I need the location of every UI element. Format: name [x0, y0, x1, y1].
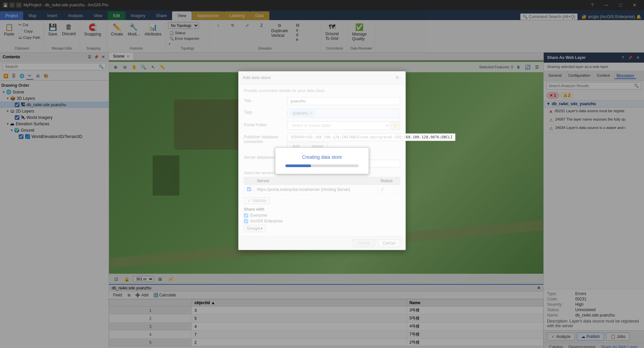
progress-bar-fill: [285, 164, 311, 167]
progress-overlay: Creating data store: [238, 71, 406, 250]
add-data-store-modal: Add data store ✕ Provide connection deta…: [238, 71, 406, 250]
progress-title: Creating data store: [285, 154, 359, 160]
progress-dialog: Creating data store: [275, 147, 369, 174]
modal-overlay: Add data store ✕ Provide connection deta…: [0, 0, 644, 348]
progress-bar-bg: [285, 164, 359, 167]
